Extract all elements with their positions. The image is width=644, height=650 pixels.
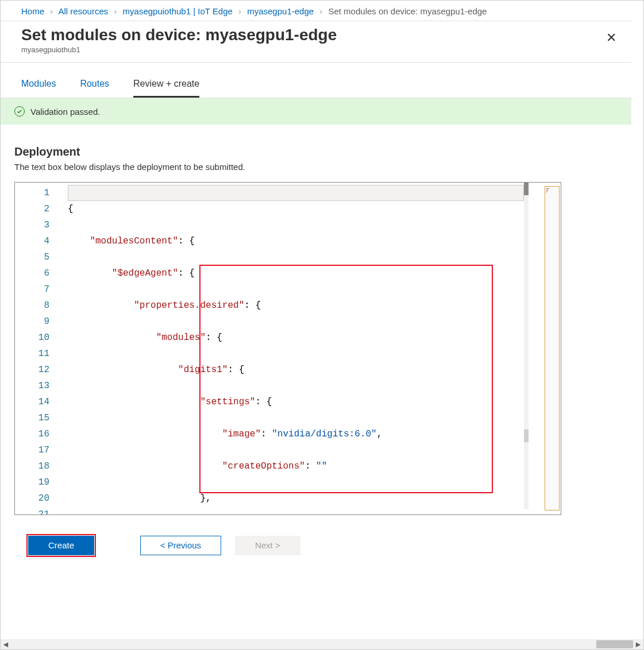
editor-code-area[interactable]: { "modulesContent": { "$edgeAgent": { "p… — [68, 185, 524, 514]
breadcrumb-iothub[interactable]: myasegpuiothub1 | IoT Edge — [123, 6, 233, 16]
chevron-right-icon: › — [47, 6, 56, 16]
chevron-right-icon: › — [316, 6, 326, 16]
tab-modules[interactable]: Modules — [21, 75, 56, 96]
wizard-footer: Create < Previous Next > — [14, 515, 618, 567]
section-description: The text box below displays the deployme… — [14, 162, 618, 172]
tab-routes[interactable]: Routes — [80, 75, 109, 96]
deployment-json-editor[interactable]: 1 2 3 4 5 6 7 8 9 10 11 12 13 14 — [14, 182, 561, 515]
validation-text: Validation passed. — [30, 107, 100, 117]
horizontal-scrollbar-thumb[interactable] — [596, 640, 633, 648]
breadcrumb-edge-device[interactable]: myasegpu1-edge — [247, 6, 314, 16]
validation-banner: Validation passed. — [1, 98, 631, 125]
tab-bar: Modules Routes Review + create — [1, 63, 631, 98]
check-circle-icon — [14, 106, 25, 117]
breadcrumb-home[interactable]: Home — [21, 6, 44, 16]
editor-overview-ruler[interactable]: ■ ■ ■■ ■■ ■■ — [545, 186, 560, 510]
create-button[interactable]: Create — [28, 536, 94, 555]
page-title: Set modules on device: myasegpu1-edge — [21, 26, 620, 44]
page-subtitle: myasegpuiothub1 — [21, 45, 620, 54]
scroll-right-arrow-icon[interactable]: ► — [633, 639, 643, 649]
editor-gutter: 1 2 3 4 5 6 7 8 9 10 11 12 13 14 — [15, 183, 68, 514]
editor-minimap[interactable] — [526, 185, 542, 512]
close-button[interactable]: ✕ — [606, 32, 616, 44]
chevron-right-icon: › — [110, 6, 120, 16]
horizontal-scrollbar[interactable]: ◄ ► — [1, 639, 643, 649]
scroll-left-arrow-icon[interactable]: ◄ — [1, 639, 11, 649]
tab-review-create[interactable]: Review + create — [133, 75, 199, 98]
breadcrumb-current: Set modules on device: myasegpu1-edge — [328, 6, 487, 16]
breadcrumb: Home › All resources › myasegpuiothub1 |… — [1, 1, 631, 21]
previous-button[interactable]: < Previous — [140, 536, 221, 555]
section-heading-deployment: Deployment — [14, 145, 618, 158]
next-button: Next > — [235, 536, 300, 555]
breadcrumb-all-resources[interactable]: All resources — [59, 6, 109, 16]
chevron-right-icon: › — [235, 6, 245, 16]
